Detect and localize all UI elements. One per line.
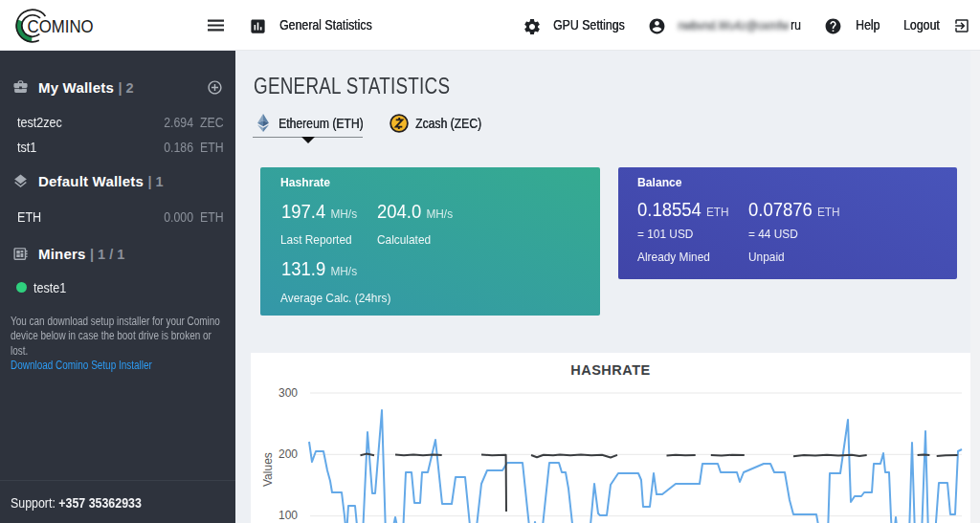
svg-text:100: 100 bbox=[278, 509, 298, 522]
svg-text:200: 200 bbox=[278, 447, 298, 461]
svg-text:HASHRATE: HASHRATE bbox=[570, 362, 650, 378]
svg-text:300: 300 bbox=[278, 386, 298, 400]
svg-text:COMINO: COMINO bbox=[28, 17, 94, 36]
svg-text:Values: Values bbox=[261, 452, 275, 487]
